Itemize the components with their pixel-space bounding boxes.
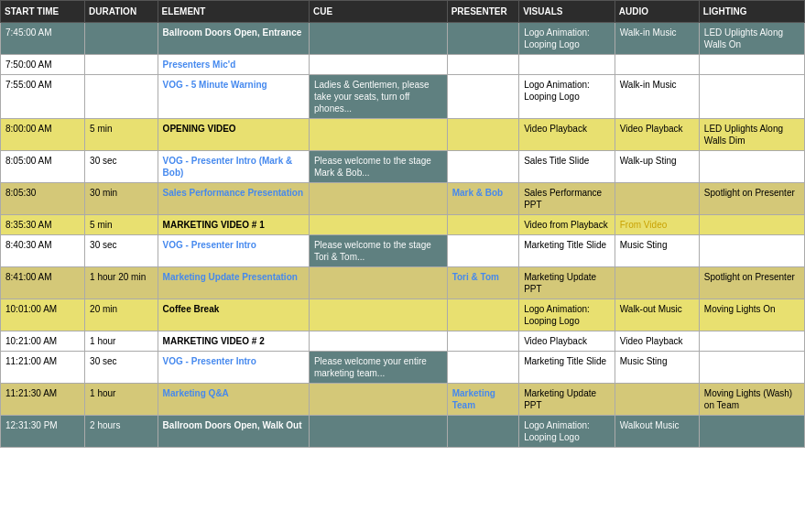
cell-presenter — [447, 331, 518, 352]
cell-lighting: Spotlight on Presenter — [699, 267, 804, 299]
cell-audio — [615, 55, 699, 75]
cell-audio — [615, 267, 699, 299]
table-row: 11:21:00 AM30 secVOG - Presenter IntroPl… — [1, 352, 805, 384]
cell-element: Ballroom Doors Open, Entrance — [158, 23, 309, 55]
cell-lighting — [699, 416, 804, 448]
cell-cue — [309, 267, 447, 299]
header-cue: CUE — [309, 1, 447, 23]
cell-visuals — [519, 55, 615, 75]
cell-lighting: Moving Lights On — [699, 299, 804, 331]
cell-element: VOG - 5 Minute Warning — [158, 75, 309, 119]
cell-audio: Walk-up Sting — [615, 151, 699, 183]
schedule-table-container: START TIME DURATION ELEMENT CUE PRESENTE… — [0, 0, 805, 448]
cell-element: MARKETING VIDEO # 2 — [158, 331, 309, 352]
cell-start-time: 11:21:00 AM — [1, 352, 85, 384]
cell-cue — [309, 299, 447, 331]
cell-cue: Please welcome to the stage Mark & Bob..… — [309, 151, 447, 183]
cell-presenter — [447, 55, 518, 75]
cell-presenter — [447, 235, 518, 267]
cell-element: Presenters Mic'd — [158, 55, 309, 75]
cell-start-time: 8:05:30 — [1, 183, 85, 215]
header-lighting: LIGHTING — [699, 1, 804, 23]
table-row: 12:31:30 PM2 hoursBallroom Doors Open, W… — [1, 416, 805, 448]
cell-audio — [615, 183, 699, 215]
cell-visuals: Marketing Title Slide — [519, 352, 615, 384]
cell-visuals: Video from Playback — [519, 215, 615, 235]
cell-start-time: 10:21:00 AM — [1, 331, 85, 352]
header-audio: AUDIO — [615, 1, 699, 23]
cell-visuals: Marketing Update PPT — [519, 384, 615, 416]
cell-visuals: Sales Title Slide — [519, 151, 615, 183]
cell-audio: Walk-in Music — [615, 75, 699, 119]
table-row: 8:05:00 AM30 secVOG - Presenter Intro (M… — [1, 151, 805, 183]
cell-cue: Please welcome your entire marketing tea… — [309, 352, 447, 384]
cell-cue — [309, 331, 447, 352]
cell-start-time: 10:01:00 AM — [1, 299, 85, 331]
cell-start-time: 11:21:30 AM — [1, 384, 85, 416]
cell-audio — [615, 384, 699, 416]
cell-audio: Video Playback — [615, 119, 699, 151]
cell-visuals: Logo Animation: Looping Logo — [519, 75, 615, 119]
cell-element: VOG - Presenter Intro — [158, 352, 309, 384]
cell-start-time: 8:00:00 AM — [1, 119, 85, 151]
cell-lighting — [699, 235, 804, 267]
cell-audio: Walkout Music — [615, 416, 699, 448]
cell-start-time: 8:41:00 AM — [1, 267, 85, 299]
cell-presenter — [447, 23, 518, 55]
header-element: ELEMENT — [158, 1, 309, 23]
cell-cue — [309, 119, 447, 151]
header-duration: DURATION — [85, 1, 158, 23]
cell-element: Marketing Q&A — [158, 384, 309, 416]
cell-presenter — [447, 215, 518, 235]
cell-presenter — [447, 119, 518, 151]
cell-cue: Ladies & Gentlemen, please take your sea… — [309, 75, 447, 119]
cell-presenter — [447, 299, 518, 331]
table-row: 8:40:30 AM30 secVOG - Presenter IntroPle… — [1, 235, 805, 267]
table-row: 11:21:30 AM1 hourMarketing Q&AMarketing … — [1, 384, 805, 416]
cell-lighting — [699, 352, 804, 384]
cell-duration: 20 min — [85, 299, 158, 331]
cell-duration: 30 sec — [85, 352, 158, 384]
cell-lighting — [699, 55, 804, 75]
cell-audio: Music Sting — [615, 352, 699, 384]
cell-element: Marketing Update Presentation — [158, 267, 309, 299]
cell-element: VOG - Presenter Intro (Mark & Bob) — [158, 151, 309, 183]
cell-audio: Walk-in Music — [615, 23, 699, 55]
cell-start-time: 8:40:30 AM — [1, 235, 85, 267]
cell-lighting — [699, 75, 804, 119]
table-row: 7:45:00 AMBallroom Doors Open, EntranceL… — [1, 23, 805, 55]
table-row: 8:41:00 AM1 hour 20 minMarketing Update … — [1, 267, 805, 299]
cell-lighting — [699, 331, 804, 352]
cell-presenter — [447, 75, 518, 119]
cell-cue — [309, 55, 447, 75]
cell-start-time: 7:45:00 AM — [1, 23, 85, 55]
cell-lighting — [699, 151, 804, 183]
cell-element: Coffee Break — [158, 299, 309, 331]
cell-presenter: Marketing Team — [447, 384, 518, 416]
cell-duration — [85, 75, 158, 119]
cell-element: Ballroom Doors Open, Walk Out — [158, 416, 309, 448]
cell-visuals: Logo Animation: Looping Logo — [519, 416, 615, 448]
cell-visuals: Sales Performance PPT — [519, 183, 615, 215]
table-row: 10:21:00 AM1 hourMARKETING VIDEO # 2Vide… — [1, 331, 805, 352]
cell-duration: 5 min — [85, 215, 158, 235]
cell-presenter — [447, 352, 518, 384]
header-presenter: PRESENTER — [447, 1, 518, 23]
cell-cue — [309, 23, 447, 55]
table-row: 8:35:30 AM5 minMARKETING VIDEO # 1Video … — [1, 215, 805, 235]
cell-audio: From Video — [615, 215, 699, 235]
cell-visuals: Video Playback — [519, 119, 615, 151]
cell-duration — [85, 23, 158, 55]
cell-element: Sales Performance Presentation — [158, 183, 309, 215]
cell-audio: Video Playback — [615, 331, 699, 352]
table-row: 8:00:00 AM5 minOPENING VIDEOVideo Playba… — [1, 119, 805, 151]
cell-duration: 5 min — [85, 119, 158, 151]
cell-visuals: Logo Animation: Looping Logo — [519, 299, 615, 331]
table-row: 7:50:00 AMPresenters Mic'd — [1, 55, 805, 75]
cell-duration: 2 hours — [85, 416, 158, 448]
cell-presenter — [447, 416, 518, 448]
cell-audio: Music Sting — [615, 235, 699, 267]
cell-lighting: LED Uplights Along Walls On — [699, 23, 804, 55]
cell-presenter — [447, 151, 518, 183]
cell-cue — [309, 416, 447, 448]
